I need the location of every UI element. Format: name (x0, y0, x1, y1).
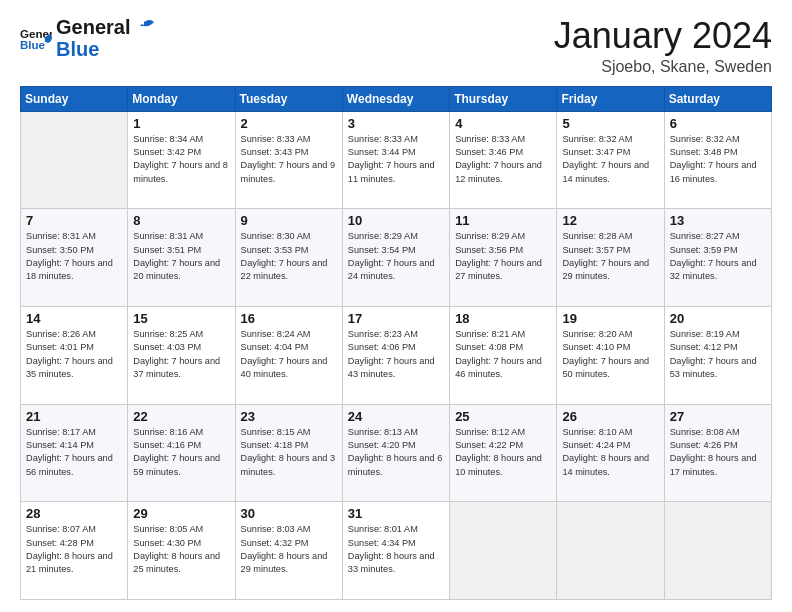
calendar-cell (557, 502, 664, 600)
calendar-cell: 4Sunrise: 8:33 AMSunset: 3:46 PMDaylight… (450, 111, 557, 209)
day-number: 11 (455, 213, 551, 228)
day-info: Sunrise: 8:23 AMSunset: 4:06 PMDaylight:… (348, 328, 444, 381)
calendar-table: SundayMondayTuesdayWednesdayThursdayFrid… (20, 86, 772, 600)
day-info: Sunrise: 8:33 AMSunset: 3:46 PMDaylight:… (455, 133, 551, 186)
calendar-cell: 1Sunrise: 8:34 AMSunset: 3:42 PMDaylight… (128, 111, 235, 209)
calendar-cell: 30Sunrise: 8:03 AMSunset: 4:32 PMDayligh… (235, 502, 342, 600)
day-info: Sunrise: 8:13 AMSunset: 4:20 PMDaylight:… (348, 426, 444, 479)
calendar-header-thursday: Thursday (450, 86, 557, 111)
day-info: Sunrise: 8:29 AMSunset: 3:54 PMDaylight:… (348, 230, 444, 283)
day-info: Sunrise: 8:29 AMSunset: 3:56 PMDaylight:… (455, 230, 551, 283)
day-number: 17 (348, 311, 444, 326)
day-number: 6 (670, 116, 766, 131)
day-info: Sunrise: 8:28 AMSunset: 3:57 PMDaylight:… (562, 230, 658, 283)
day-info: Sunrise: 8:05 AMSunset: 4:30 PMDaylight:… (133, 523, 229, 576)
calendar-cell: 25Sunrise: 8:12 AMSunset: 4:22 PMDayligh… (450, 404, 557, 502)
day-info: Sunrise: 8:30 AMSunset: 3:53 PMDaylight:… (241, 230, 337, 283)
calendar-header-tuesday: Tuesday (235, 86, 342, 111)
day-number: 29 (133, 506, 229, 521)
calendar-week-5: 28Sunrise: 8:07 AMSunset: 4:28 PMDayligh… (21, 502, 772, 600)
day-info: Sunrise: 8:25 AMSunset: 4:03 PMDaylight:… (133, 328, 229, 381)
day-number: 2 (241, 116, 337, 131)
calendar-header-sunday: Sunday (21, 86, 128, 111)
calendar-cell: 19Sunrise: 8:20 AMSunset: 4:10 PMDayligh… (557, 306, 664, 404)
calendar-week-4: 21Sunrise: 8:17 AMSunset: 4:14 PMDayligh… (21, 404, 772, 502)
day-number: 9 (241, 213, 337, 228)
day-number: 26 (562, 409, 658, 424)
calendar-cell: 5Sunrise: 8:32 AMSunset: 3:47 PMDaylight… (557, 111, 664, 209)
calendar-week-2: 7Sunrise: 8:31 AMSunset: 3:50 PMDaylight… (21, 209, 772, 307)
day-info: Sunrise: 8:03 AMSunset: 4:32 PMDaylight:… (241, 523, 337, 576)
calendar-cell: 20Sunrise: 8:19 AMSunset: 4:12 PMDayligh… (664, 306, 771, 404)
calendar-week-1: 1Sunrise: 8:34 AMSunset: 3:42 PMDaylight… (21, 111, 772, 209)
day-number: 19 (562, 311, 658, 326)
calendar-cell: 7Sunrise: 8:31 AMSunset: 3:50 PMDaylight… (21, 209, 128, 307)
day-number: 21 (26, 409, 122, 424)
day-info: Sunrise: 8:31 AMSunset: 3:51 PMDaylight:… (133, 230, 229, 283)
day-info: Sunrise: 8:16 AMSunset: 4:16 PMDaylight:… (133, 426, 229, 479)
calendar-cell: 31Sunrise: 8:01 AMSunset: 4:34 PMDayligh… (342, 502, 449, 600)
day-info: Sunrise: 8:01 AMSunset: 4:34 PMDaylight:… (348, 523, 444, 576)
day-number: 15 (133, 311, 229, 326)
calendar-cell: 21Sunrise: 8:17 AMSunset: 4:14 PMDayligh… (21, 404, 128, 502)
day-info: Sunrise: 8:33 AMSunset: 3:43 PMDaylight:… (241, 133, 337, 186)
page: General Blue General Blue January 2024 S… (0, 0, 792, 612)
day-info: Sunrise: 8:07 AMSunset: 4:28 PMDaylight:… (26, 523, 122, 576)
day-number: 20 (670, 311, 766, 326)
day-number: 1 (133, 116, 229, 131)
logo-bird-icon (132, 18, 154, 36)
day-number: 10 (348, 213, 444, 228)
day-number: 31 (348, 506, 444, 521)
day-info: Sunrise: 8:32 AMSunset: 3:48 PMDaylight:… (670, 133, 766, 186)
header: General Blue General Blue January 2024 S… (20, 16, 772, 76)
day-info: Sunrise: 8:33 AMSunset: 3:44 PMDaylight:… (348, 133, 444, 186)
logo-blue: Blue (56, 38, 154, 60)
main-title: January 2024 (554, 16, 772, 56)
calendar-cell: 14Sunrise: 8:26 AMSunset: 4:01 PMDayligh… (21, 306, 128, 404)
day-number: 25 (455, 409, 551, 424)
day-number: 13 (670, 213, 766, 228)
day-number: 7 (26, 213, 122, 228)
day-info: Sunrise: 8:34 AMSunset: 3:42 PMDaylight:… (133, 133, 229, 186)
calendar-cell (450, 502, 557, 600)
calendar-cell: 17Sunrise: 8:23 AMSunset: 4:06 PMDayligh… (342, 306, 449, 404)
calendar-cell: 29Sunrise: 8:05 AMSunset: 4:30 PMDayligh… (128, 502, 235, 600)
calendar-cell: 11Sunrise: 8:29 AMSunset: 3:56 PMDayligh… (450, 209, 557, 307)
day-info: Sunrise: 8:17 AMSunset: 4:14 PMDaylight:… (26, 426, 122, 479)
day-number: 4 (455, 116, 551, 131)
calendar-header-monday: Monday (128, 86, 235, 111)
day-number: 24 (348, 409, 444, 424)
calendar-cell: 13Sunrise: 8:27 AMSunset: 3:59 PMDayligh… (664, 209, 771, 307)
calendar-cell (664, 502, 771, 600)
logo: General Blue General Blue (20, 16, 154, 60)
calendar-cell: 15Sunrise: 8:25 AMSunset: 4:03 PMDayligh… (128, 306, 235, 404)
day-info: Sunrise: 8:32 AMSunset: 3:47 PMDaylight:… (562, 133, 658, 186)
calendar-cell: 12Sunrise: 8:28 AMSunset: 3:57 PMDayligh… (557, 209, 664, 307)
day-number: 14 (26, 311, 122, 326)
day-number: 28 (26, 506, 122, 521)
day-number: 30 (241, 506, 337, 521)
calendar-cell: 10Sunrise: 8:29 AMSunset: 3:54 PMDayligh… (342, 209, 449, 307)
day-number: 5 (562, 116, 658, 131)
day-number: 3 (348, 116, 444, 131)
subtitle: Sjoebo, Skane, Sweden (554, 58, 772, 76)
calendar-header-wednesday: Wednesday (342, 86, 449, 111)
calendar-cell: 27Sunrise: 8:08 AMSunset: 4:26 PMDayligh… (664, 404, 771, 502)
day-number: 8 (133, 213, 229, 228)
calendar-week-3: 14Sunrise: 8:26 AMSunset: 4:01 PMDayligh… (21, 306, 772, 404)
calendar-cell: 9Sunrise: 8:30 AMSunset: 3:53 PMDaylight… (235, 209, 342, 307)
calendar-cell: 18Sunrise: 8:21 AMSunset: 4:08 PMDayligh… (450, 306, 557, 404)
day-number: 23 (241, 409, 337, 424)
day-info: Sunrise: 8:15 AMSunset: 4:18 PMDaylight:… (241, 426, 337, 479)
calendar-header-saturday: Saturday (664, 86, 771, 111)
calendar-header-row: SundayMondayTuesdayWednesdayThursdayFrid… (21, 86, 772, 111)
calendar-cell: 28Sunrise: 8:07 AMSunset: 4:28 PMDayligh… (21, 502, 128, 600)
logo-icon: General Blue (20, 22, 52, 54)
calendar-cell: 6Sunrise: 8:32 AMSunset: 3:48 PMDaylight… (664, 111, 771, 209)
day-info: Sunrise: 8:08 AMSunset: 4:26 PMDaylight:… (670, 426, 766, 479)
calendar-cell: 8Sunrise: 8:31 AMSunset: 3:51 PMDaylight… (128, 209, 235, 307)
day-info: Sunrise: 8:12 AMSunset: 4:22 PMDaylight:… (455, 426, 551, 479)
calendar-cell: 22Sunrise: 8:16 AMSunset: 4:16 PMDayligh… (128, 404, 235, 502)
day-info: Sunrise: 8:19 AMSunset: 4:12 PMDaylight:… (670, 328, 766, 381)
calendar-cell: 16Sunrise: 8:24 AMSunset: 4:04 PMDayligh… (235, 306, 342, 404)
